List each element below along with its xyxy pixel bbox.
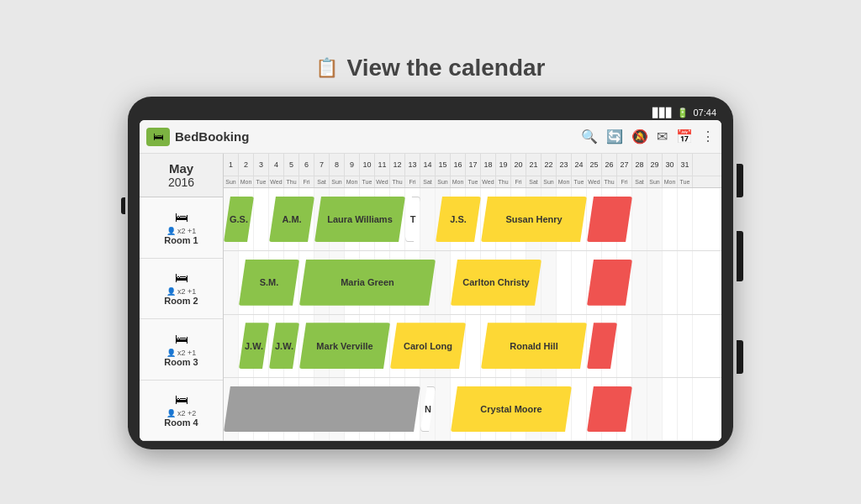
day-name-30: Mon (663, 176, 678, 187)
booking-block-2-2[interactable]: Maria Green (299, 260, 436, 306)
battery-icon: 🔋 (677, 108, 689, 118)
day-name-15: Sun (436, 176, 451, 187)
email-icon[interactable]: ✉ (657, 129, 668, 144)
day-name-12: Thu (390, 176, 405, 187)
room-rows: 🛏 👤 x2 +1 Room 1 🛏 👤 x2 +1 Room 2 🛏 👤 x2… (140, 197, 223, 441)
day-name-13: Fri (405, 176, 420, 187)
booking-blocks-room-4: NCrystal Moore (224, 381, 721, 438)
room-name-1: Room 1 (164, 235, 198, 245)
booking-block-1-1[interactable]: G.S. (224, 197, 254, 243)
refresh-icon[interactable]: 🔄 (606, 129, 623, 144)
vol-up-button[interactable] (121, 197, 125, 214)
booking-block-3-2[interactable]: J.W. (269, 323, 299, 369)
bed-icon: 🛏 (175, 270, 188, 286)
booking-block-2-1[interactable]: S.M. (239, 260, 299, 306)
date-number-19: 19 (496, 154, 511, 176)
booking-block-4-2[interactable]: N (420, 386, 436, 433)
phone-frame: ▊▊▊ 🔋 07:44 🛏 BedBooking 🔍 🔄 🔕 ✉ 📅 ⋮ (128, 97, 733, 449)
booking-block-2-3[interactable]: Carlton Christy (451, 260, 541, 306)
booking-block-4-1[interactable] (224, 386, 420, 433)
date-number-5: 5 (284, 154, 299, 176)
day-name-28: Sat (632, 176, 647, 187)
power-button[interactable] (737, 231, 743, 281)
day-name-19: Thu (496, 176, 511, 187)
date-number-8: 8 (330, 154, 345, 176)
room-cell-4: 🛏 👤 x2 +2 Room 4 (140, 381, 223, 442)
day-name-21: Sat (526, 176, 541, 187)
date-number-11: 11 (375, 154, 390, 176)
calendar-view-icon[interactable]: 📅 (676, 129, 693, 144)
booking-block-1-3[interactable]: Laura Williams (314, 197, 405, 243)
booking-block-1-5[interactable]: J.S. (436, 197, 481, 243)
day-name-23: Mon (557, 176, 572, 187)
booking-block-3-6[interactable] (587, 323, 617, 369)
room-config-2: 👤 x2 +1 (166, 287, 197, 296)
day-name-14: Sat (420, 176, 436, 187)
booking-block-1-2[interactable]: A.M. (269, 197, 314, 243)
menu-button[interactable] (737, 340, 743, 374)
day-name-20: Fri (511, 176, 526, 187)
date-number-4: 4 (269, 154, 284, 176)
room-config-3: 👤 x2 +1 (166, 349, 197, 357)
date-number-3: 3 (254, 154, 269, 176)
booking-row-4: NCrystal Moore (224, 378, 721, 441)
booking-blocks-room-2: S.M.Maria GreenCarlton Christy (224, 254, 721, 311)
booking-block-4-3[interactable]: Crystal Moore (451, 386, 572, 433)
date-number-25: 25 (587, 154, 602, 176)
booking-block-3-5[interactable]: Ronald Hill (481, 323, 587, 369)
day-name-6: Fri (299, 176, 314, 187)
vol-down-button[interactable] (737, 164, 743, 197)
day-name-10: Tue (360, 176, 375, 187)
bed-icon: 🛏 (175, 210, 188, 225)
booking-block-4-4[interactable] (587, 386, 632, 433)
date-number-23: 23 (557, 154, 572, 176)
logo-icon: 🛏 (153, 130, 164, 143)
day-name-8: Sun (330, 176, 345, 187)
date-number-2: 2 (239, 154, 254, 176)
booking-block-1-7[interactable] (587, 197, 632, 243)
day-name-26: Thu (602, 176, 617, 187)
booking-block-1-6[interactable]: Susan Henry (481, 197, 587, 243)
room-config-1: 👤 x2 +1 (166, 227, 197, 235)
notifications-off-icon[interactable]: 🔕 (631, 129, 648, 144)
date-number-24: 24 (572, 154, 587, 176)
booking-row-2: S.M.Maria GreenCarlton Christy (224, 251, 721, 314)
date-number-26: 26 (602, 154, 617, 176)
date-number-29: 29 (647, 154, 663, 176)
date-number-6: 6 (299, 154, 314, 176)
app-logo: 🛏 (146, 128, 170, 146)
date-number-28: 28 (632, 154, 647, 176)
date-number-10: 10 (360, 154, 375, 176)
day-name-22: Sun (541, 176, 557, 187)
booking-block-3-4[interactable]: Carol Long (390, 323, 466, 369)
room-name-2: Room 2 (164, 296, 198, 306)
screen: 🛏 BedBooking 🔍 🔄 🔕 ✉ 📅 ⋮ May 2016 (140, 120, 721, 441)
booking-blocks-room-3: J.W.J.W.Mark VervilleCarol LongRonald Hi… (224, 318, 721, 375)
day-name-11: Wed (375, 176, 390, 187)
room-name-3: Room 3 (164, 357, 198, 367)
date-header: 1234567891011121314151617181920212223242… (224, 154, 721, 188)
search-icon[interactable]: 🔍 (581, 129, 598, 144)
toolbar-icons: 🔍 🔄 🔕 ✉ 📅 ⋮ (581, 129, 715, 144)
booking-row-3: J.W.J.W.Mark VervilleCarol LongRonald Hi… (224, 315, 721, 378)
day-name-2: Mon (239, 176, 254, 187)
clock: 07:44 (693, 108, 716, 118)
booking-block-3-3[interactable]: Mark Verville (299, 323, 390, 369)
booking-block-2-4[interactable] (587, 260, 632, 306)
more-icon[interactable]: ⋮ (701, 129, 715, 144)
booking-block-3-1[interactable]: J.W. (239, 323, 269, 369)
date-number-21: 21 (526, 154, 541, 176)
date-number-18: 18 (481, 154, 496, 176)
date-number-22: 22 (541, 154, 557, 176)
day-name-5: Thu (284, 176, 299, 187)
day-name-18: Wed (481, 176, 496, 187)
day-name-31: Tue (678, 176, 693, 187)
date-day-names: SunMonTueWedThuFriSatSunMonTueWedThuFriS… (224, 176, 721, 187)
booking-block-1-4[interactable]: T (405, 197, 420, 243)
calendar-area: May 2016 🛏 👤 x2 +1 Room 1 🛏 👤 x2 +1 Room… (140, 154, 721, 441)
date-number-9: 9 (345, 154, 360, 176)
booking-rows: G.S.A.M.Laura WilliamsTJ.S.Susan HenryS.… (224, 188, 721, 441)
room-cell-3: 🛏 👤 x2 +1 Room 3 (140, 319, 223, 381)
page-title: View the calendar (346, 55, 545, 81)
signal-icon: ▊▊▊ (652, 108, 673, 118)
